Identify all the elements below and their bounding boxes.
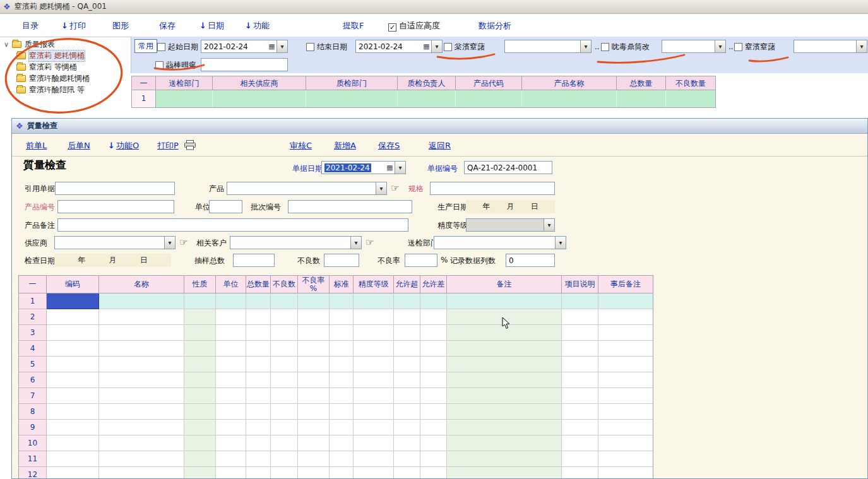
dropdown-arrow-icon[interactable]: ▾: [395, 162, 405, 174]
grid-cell[interactable]: [420, 388, 447, 404]
pointing-hand-icon[interactable]: ☞: [366, 237, 374, 248]
grid-cell[interactable]: [99, 293, 184, 309]
dropdown-arrow-icon[interactable]: ▾: [164, 237, 175, 249]
text-filter-checkbox[interactable]: 虉棒暳癟: [155, 60, 196, 71]
ref-doc-input[interactable]: [55, 182, 175, 195]
grid-cell[interactable]: [447, 420, 562, 435]
grid-cell[interactable]: [354, 372, 394, 388]
sample-input[interactable]: [233, 254, 275, 267]
toolbar-item-3[interactable]: ↓功能O: [108, 140, 139, 151]
grid-cell[interactable]: [298, 467, 330, 479]
report-table-cell[interactable]: [156, 90, 213, 107]
grid-cell[interactable]: [271, 309, 298, 325]
grid-cell[interactable]: [330, 325, 354, 341]
grid-cell[interactable]: [271, 404, 298, 420]
grid-cell[interactable]: [271, 435, 298, 451]
grid-cell[interactable]: [271, 372, 298, 388]
dropdown-arrow-icon[interactable]: ▾: [350, 237, 361, 249]
grid-cell[interactable]: [354, 388, 394, 404]
grid-cell[interactable]: [184, 388, 216, 404]
grid-cell[interactable]: [47, 404, 99, 420]
grid-cell[interactable]: [246, 372, 271, 388]
precision-dropdown[interactable]: ▾: [466, 218, 555, 232]
grid-cell[interactable]: [216, 293, 246, 309]
grid-cell[interactable]: [184, 451, 216, 467]
calendar-icon[interactable]: ▦: [422, 42, 431, 50]
customer-dropdown[interactable]: ▾: [230, 236, 362, 249]
checkbox-checked-icon[interactable]: ✓: [388, 23, 396, 32]
grid-cell[interactable]: [99, 325, 184, 341]
grid-cell[interactable]: [184, 293, 216, 309]
grid-cell[interactable]: [394, 309, 420, 325]
grid-cell[interactable]: [394, 293, 420, 309]
report-table-cell[interactable]: [522, 90, 617, 107]
grid-cell[interactable]: [330, 388, 354, 404]
tree-item[interactable]: 窒濱莉 媤耗惆桶: [16, 50, 85, 61]
toolbar-item-5[interactable]: [184, 140, 196, 150]
grid-cell[interactable]: [47, 325, 99, 341]
filter3-checkbox[interactable]: 窒濱窒藷: [734, 42, 775, 52]
pointing-hand-icon[interactable]: ☞: [179, 237, 187, 248]
toolbar-item-4[interactable]: 打印P: [157, 140, 179, 151]
chevron-down-icon[interactable]: ∨: [4, 40, 9, 49]
grid-cell[interactable]: [420, 404, 447, 420]
grid-cell[interactable]: [447, 341, 562, 357]
grid-cell[interactable]: [99, 420, 184, 435]
grid-cell[interactable]: [298, 341, 330, 357]
toolbar-item-1[interactable]: 前单L: [26, 140, 47, 151]
toolbar-item-7[interactable]: 新增A: [334, 140, 356, 151]
grid-cell[interactable]: [562, 435, 598, 451]
grid-cell[interactable]: [246, 404, 271, 420]
supplier-dropdown[interactable]: ▾: [54, 236, 175, 249]
end-date-checkbox[interactable]: 结束日期: [306, 42, 347, 52]
checkbox-icon[interactable]: [444, 43, 452, 51]
grid-cell[interactable]: [447, 293, 562, 309]
filter1-dropdown[interactable]: ▾: [504, 40, 592, 53]
grid-cell[interactable]: [447, 467, 562, 479]
grid-cell[interactable]: [598, 467, 653, 479]
grid-cell[interactable]: [420, 293, 447, 309]
grid-cell[interactable]: [562, 372, 598, 388]
grid-cell[interactable]: [562, 420, 598, 435]
grid-cell[interactable]: [562, 341, 598, 357]
grid-cell[interactable]: [354, 451, 394, 467]
grid-cell[interactable]: [47, 451, 99, 467]
grid-cell[interactable]: [354, 435, 394, 451]
grid-cell[interactable]: [99, 388, 184, 404]
grid-cell[interactable]: [562, 451, 598, 467]
grid-cell[interactable]: [447, 372, 562, 388]
grid-cell[interactable]: [354, 341, 394, 357]
grid-cell[interactable]: [562, 388, 598, 404]
grid-cell[interactable]: [562, 357, 598, 372]
dropdown-arrow-icon[interactable]: ▾: [376, 182, 386, 194]
grid-cell[interactable]: [330, 309, 354, 325]
grid-row-number[interactable]: 7: [19, 388, 47, 404]
filter3-dropdown[interactable]: ▾: [794, 40, 867, 53]
dropdown-arrow-icon[interactable]: ▾: [715, 40, 725, 52]
grid-cell[interactable]: [216, 325, 246, 341]
menu-item-6[interactable]: ↓功能: [245, 20, 270, 32]
grid-cell[interactable]: [447, 435, 562, 451]
filter2-checkbox[interactable]: 眈毒鼎筒改: [601, 42, 650, 52]
grid-cell[interactable]: [562, 309, 598, 325]
grid-cell[interactable]: [447, 404, 562, 420]
grid-cell[interactable]: [246, 309, 271, 325]
menu-item-9[interactable]: 数据分析: [479, 20, 511, 32]
grid-cell[interactable]: [598, 420, 653, 435]
unit-input[interactable]: [209, 200, 242, 213]
tab-common[interactable]: 常用: [134, 39, 157, 53]
grid-cell[interactable]: [394, 388, 420, 404]
grid-cell[interactable]: [47, 309, 99, 325]
grid-cell[interactable]: [216, 309, 246, 325]
grid-cell[interactable]: [271, 293, 298, 309]
grid-row-number[interactable]: 11: [19, 451, 47, 467]
grid-cell[interactable]: [47, 420, 99, 435]
checkbox-icon[interactable]: [734, 43, 742, 51]
grid-cell[interactable]: [47, 435, 99, 451]
grid-cell[interactable]: [420, 325, 447, 341]
checkbox-icon[interactable]: [155, 61, 163, 69]
grid-cell[interactable]: [184, 467, 216, 479]
grid-cell[interactable]: [598, 357, 653, 372]
grid-cell[interactable]: [394, 404, 420, 420]
grid-cell[interactable]: [394, 420, 420, 435]
